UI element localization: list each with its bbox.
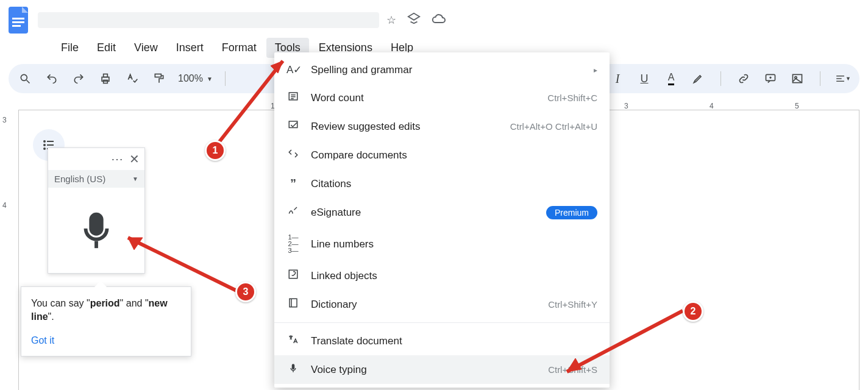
menu-insert[interactable]: Insert xyxy=(168,38,212,58)
menu-edit[interactable]: Edit xyxy=(88,38,124,58)
align-icon[interactable]: ▼ xyxy=(835,71,851,87)
voice-tip-text: You can say "period" and "new line". xyxy=(31,297,181,324)
linenumbers-icon: 1—2—3— xyxy=(286,234,300,254)
tools-compare[interactable]: Compare documents xyxy=(274,141,610,169)
menu-view[interactable]: View xyxy=(126,38,166,58)
svg-point-21 xyxy=(43,144,46,146)
menu-file[interactable]: File xyxy=(52,38,87,58)
svg-rect-2 xyxy=(12,21,24,23)
tools-dictionary[interactable]: Dictionary Ctrl+Shift+Y xyxy=(274,290,610,319)
tools-translate[interactable]: Translate document xyxy=(274,327,610,355)
svg-rect-22 xyxy=(47,144,54,146)
voice-panel-more-icon[interactable]: ⋯ xyxy=(111,152,123,166)
translate-icon xyxy=(286,334,300,348)
underline-icon[interactable]: U xyxy=(636,71,652,87)
voice-panel-close-icon[interactable]: ✕ xyxy=(129,152,140,166)
wordcount-icon xyxy=(286,91,300,105)
comment-icon[interactable] xyxy=(763,71,778,87)
menu-format[interactable]: Format xyxy=(213,38,265,58)
callout-1: 1 xyxy=(205,140,226,161)
tools-menu: A✓ Spelling and grammar ▸ Word count Ctr… xyxy=(274,52,610,388)
docs-logo[interactable] xyxy=(6,4,30,37)
doc-title-input[interactable] xyxy=(38,12,379,28)
move-icon[interactable] xyxy=(407,12,421,29)
linked-icon xyxy=(286,269,300,283)
svg-rect-1 xyxy=(12,18,24,20)
voice-language-select[interactable]: English (US)▼ xyxy=(48,170,144,188)
esignature-icon xyxy=(286,205,300,219)
svg-rect-10 xyxy=(155,74,161,77)
cloud-saved-icon[interactable] xyxy=(432,12,446,29)
spellcheck-icon[interactable] xyxy=(124,71,140,87)
dictionary-icon xyxy=(286,297,300,311)
premium-badge: Premium xyxy=(546,206,597,219)
star-icon[interactable]: ☆ xyxy=(386,13,396,27)
tools-word-count[interactable]: Word count Ctrl+Shift+C xyxy=(274,83,610,112)
tools-spelling[interactable]: A✓ Spelling and grammar ▸ xyxy=(274,56,610,83)
tools-linked-objects[interactable]: Linked objects xyxy=(274,261,610,290)
voice-tip-gotit[interactable]: Got it xyxy=(31,335,181,346)
svg-rect-32 xyxy=(290,299,297,307)
redo-icon[interactable] xyxy=(71,71,87,87)
svg-rect-25 xyxy=(94,241,98,249)
image-icon[interactable] xyxy=(789,71,805,87)
svg-rect-7 xyxy=(104,74,108,77)
link-icon[interactable] xyxy=(736,71,752,87)
menu-separator xyxy=(274,322,610,323)
svg-point-4 xyxy=(21,74,27,80)
undo-icon[interactable] xyxy=(44,71,60,87)
callout-2: 2 xyxy=(683,301,703,322)
italic-icon[interactable]: I xyxy=(610,71,625,87)
svg-rect-34 xyxy=(293,371,294,372)
tools-line-numbers[interactable]: 1—2—3— Line numbers xyxy=(274,227,610,261)
text-color-icon[interactable]: A xyxy=(663,71,679,87)
zoom-select[interactable]: 100% ▼ xyxy=(178,73,213,84)
tools-review-edits[interactable]: Review suggested edits Ctrl+Alt+O Ctrl+A… xyxy=(274,112,610,141)
print-icon[interactable] xyxy=(98,71,113,87)
citations-icon: ” xyxy=(286,177,300,191)
callout-3: 3 xyxy=(235,282,256,302)
highlight-icon[interactable] xyxy=(690,71,706,87)
tools-esignature[interactable]: eSignature Premium xyxy=(274,198,610,227)
compare-icon xyxy=(286,148,300,162)
search-icon[interactable] xyxy=(17,71,33,87)
spelling-icon: A✓ xyxy=(286,63,300,76)
svg-rect-20 xyxy=(47,141,54,142)
svg-point-23 xyxy=(43,147,46,150)
voice-typing-icon xyxy=(286,363,300,377)
svg-rect-3 xyxy=(12,25,21,27)
voice-typing-tip: You can say "period" and "new line". Got… xyxy=(21,286,191,356)
svg-point-19 xyxy=(43,140,46,143)
paint-format-icon[interactable] xyxy=(151,71,167,87)
tools-voice-typing[interactable]: Voice typing Ctrl+Shift+S xyxy=(274,355,610,384)
voice-typing-panel: ⋯ ✕ English (US)▼ xyxy=(48,147,145,274)
review-icon xyxy=(286,119,300,133)
voice-mic-button[interactable] xyxy=(48,188,144,273)
svg-line-5 xyxy=(27,80,30,83)
tools-citations[interactable]: ” Citations xyxy=(274,169,610,198)
